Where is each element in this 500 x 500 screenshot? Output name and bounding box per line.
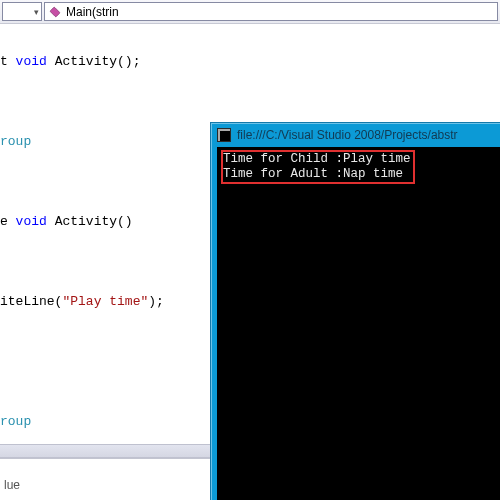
- console-title-text: file:///C:/Visual Studio 2008/Projects/a…: [237, 128, 458, 142]
- console-line: Time for Adult :Nap time: [223, 167, 403, 181]
- highlight-box: Time for Child :Play time Time for Adult…: [221, 150, 415, 184]
- console-output: Time for Child :Play time Time for Adult…: [217, 147, 500, 500]
- navigation-bar: ▾ Main(strin: [0, 0, 500, 24]
- member-dropdown[interactable]: Main(strin: [44, 2, 498, 21]
- console-line: Time for Child :Play time: [223, 152, 411, 166]
- scope-dropdown[interactable]: ▾: [2, 2, 42, 21]
- method-icon: [48, 5, 62, 19]
- console-icon: [217, 128, 231, 142]
- console-window[interactable]: file:///C:/Visual Studio 2008/Projects/a…: [210, 122, 500, 500]
- member-dropdown-label: Main(strin: [66, 5, 119, 19]
- console-titlebar[interactable]: file:///C:/Visual Studio 2008/Projects/a…: [211, 123, 500, 147]
- chevron-down-icon: ▾: [34, 7, 39, 17]
- locals-cell: lue: [4, 478, 20, 492]
